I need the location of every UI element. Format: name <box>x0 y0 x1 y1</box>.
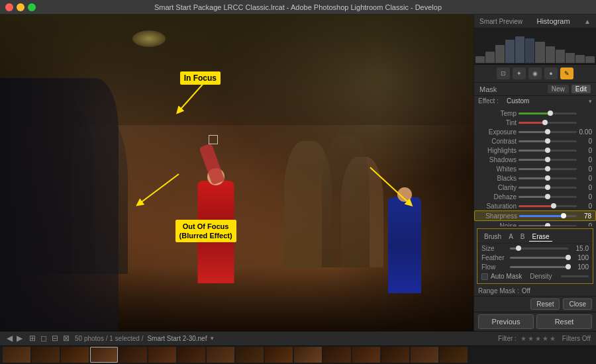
svg-line-1 <box>139 174 179 204</box>
exposure-value: 0.00 <box>579 128 592 136</box>
thumbnail[interactable] <box>381 347 409 363</box>
star-filters: ★ ★ ★ ★ ★ <box>521 335 556 342</box>
size-value: 15.0 <box>570 245 589 252</box>
strip-nav-left: ◀ ▶ <box>5 334 24 343</box>
star-icon-2[interactable]: ★ <box>528 335 534 342</box>
minimize-button[interactable] <box>17 3 25 11</box>
saturation-track[interactable] <box>519 205 577 207</box>
histogram-expand-icon[interactable]: ▲ <box>584 18 591 25</box>
redeye-tool[interactable]: ◉ <box>528 68 542 79</box>
out-focus-annotation: Out Of Focus (Blurred Effect) <box>175 220 236 243</box>
thumbnail[interactable] <box>323 347 351 363</box>
nav-back-icon[interactable]: ◀ <box>5 334 14 343</box>
focus-circle <box>209 135 218 144</box>
bottom-strip: ◀ ▶ ⊞ ◻ ⊟ ⊠ 50 photos / 1 selected / Sma… <box>0 331 596 364</box>
thumbnail[interactable] <box>32 347 60 363</box>
thumbnail[interactable] <box>207 347 234 363</box>
star-icon-1[interactable]: ★ <box>521 335 526 342</box>
flow-row: Flow 100 <box>477 262 593 271</box>
reset-bottom-button[interactable]: Reset <box>536 314 592 329</box>
flow-slider[interactable] <box>510 266 568 268</box>
panel-header: Smart Preview Histogram ▲ <box>474 15 596 28</box>
blacks-label: Blacks <box>478 175 517 182</box>
sharpness-value: 78 <box>578 212 591 220</box>
crop-tool[interactable]: ⊡ <box>497 68 510 79</box>
dehaze-track[interactable] <box>519 196 577 198</box>
hist-bar <box>566 53 575 63</box>
close-button-panel[interactable]: Close <box>563 298 592 310</box>
new-mask-button[interactable]: New <box>548 85 569 93</box>
edit-mask-button[interactable]: Edit <box>571 85 591 93</box>
hist-bar <box>485 52 495 64</box>
whites-value: 0 <box>579 165 592 173</box>
sharpness-track[interactable] <box>519 215 576 217</box>
thumbnail[interactable] <box>177 347 205 363</box>
dehaze-label: Dehaze <box>478 193 517 201</box>
thumbnail[interactable] <box>294 347 322 363</box>
contrast-track[interactable] <box>519 140 577 142</box>
blacks-value: 0 <box>579 175 592 182</box>
heal-tool[interactable]: ✦ <box>513 68 526 79</box>
smart-preview-label: Smart Preview <box>479 18 522 25</box>
brush-tab-erase[interactable]: Erase <box>529 232 552 242</box>
hist-bar <box>495 45 505 64</box>
mask-tool[interactable]: ● <box>544 68 558 79</box>
traffic-lights <box>5 3 36 11</box>
thumbnail[interactable] <box>236 347 264 363</box>
hist-bar <box>515 36 524 63</box>
strip-photo-count: 50 photos / 1 selected / <box>75 335 143 342</box>
shadows-track[interactable] <box>519 159 577 161</box>
clarity-value: 0 <box>579 184 592 191</box>
thumbnail[interactable] <box>265 347 293 363</box>
sharpness-label: Sharpness <box>479 212 517 220</box>
brush-tool[interactable]: ✎ <box>560 68 573 79</box>
hist-bar <box>505 40 515 63</box>
effect-row: Effect : Custom ▾ <box>474 96 596 106</box>
automask-checkbox[interactable] <box>481 273 488 280</box>
thumbnail[interactable] <box>148 347 176 363</box>
tint-slider-row: Tint <box>474 118 596 127</box>
thumbnail[interactable] <box>352 347 380 363</box>
survey-view-icon[interactable]: ⊠ <box>62 334 71 343</box>
clarity-track[interactable] <box>519 187 577 189</box>
brush-tab-brush[interactable]: Brush <box>481 232 504 242</box>
thumbnail[interactable] <box>61 347 89 363</box>
thumbnail[interactable] <box>3 347 30 363</box>
in-focus-arrow <box>166 78 219 118</box>
thumbnail[interactable] <box>440 347 468 363</box>
loupe-view-icon[interactable]: ◻ <box>39 334 48 343</box>
compare-view-icon[interactable]: ⊟ <box>50 334 60 343</box>
close-button[interactable] <box>5 3 13 11</box>
hist-bar <box>475 56 485 63</box>
star-icon-3[interactable]: ★ <box>535 335 541 342</box>
brush-tab-a[interactable]: A <box>506 232 516 242</box>
window-title: Smart Start Package LRCC Classic.lrcat -… <box>154 3 442 11</box>
reset-local-button[interactable]: Reset <box>530 298 560 310</box>
density-slider[interactable] <box>561 275 589 277</box>
grid-view-icon[interactable]: ⊞ <box>28 334 37 343</box>
clarity-label: Clarity <box>478 184 517 191</box>
star-icon-5[interactable]: ★ <box>550 335 556 342</box>
feather-slider[interactable] <box>510 257 568 259</box>
thumbnail[interactable] <box>411 347 438 363</box>
star-icon-4[interactable]: ★ <box>542 335 548 342</box>
previous-button[interactable]: Previous <box>478 314 534 329</box>
range-mask-label: Range Mask : <box>478 287 519 295</box>
saturation-label: Saturation <box>478 203 517 210</box>
nav-forward-icon[interactable]: ▶ <box>15 334 24 343</box>
whites-track[interactable] <box>519 168 577 170</box>
noise-track[interactable] <box>519 225 577 227</box>
blacks-track[interactable] <box>519 177 577 179</box>
photo-background: In Focus Out Of Focus (Blurred Effect) <box>0 15 473 331</box>
brush-tab-b[interactable]: B <box>518 232 528 242</box>
temp-track[interactable] <box>519 113 577 114</box>
tint-track[interactable] <box>519 122 577 124</box>
size-slider[interactable] <box>510 248 568 250</box>
thumbnail-selected[interactable] <box>90 347 118 363</box>
fullscreen-button[interactable] <box>28 3 36 11</box>
out-focus-arrow-left <box>132 171 192 210</box>
contrast-slider-row: Contrast 0 <box>474 136 596 146</box>
exposure-track[interactable] <box>519 131 577 133</box>
thumbnail[interactable] <box>119 347 147 363</box>
highlights-track[interactable] <box>519 150 577 152</box>
